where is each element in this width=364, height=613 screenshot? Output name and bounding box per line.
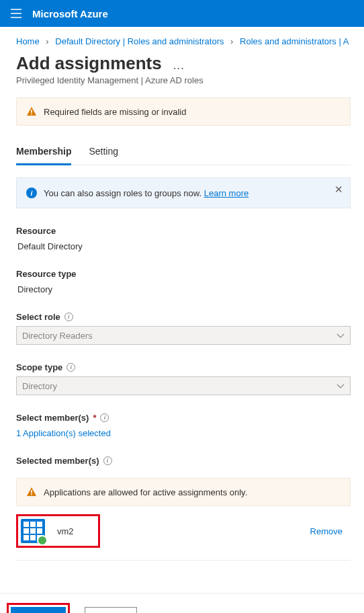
scope-type-dropdown[interactable]: Directory (16, 376, 351, 395)
tabs: Membership Setting (16, 140, 351, 165)
resource-type-value: Directory (16, 284, 351, 294)
help-icon[interactable]: i (66, 363, 75, 372)
select-members-label: Select member(s) * i (16, 413, 351, 423)
warning-icon (26, 106, 37, 117)
resource-type-label: Resource type (16, 269, 351, 279)
resource-label: Resource (16, 226, 351, 236)
next-button[interactable]: Next > (11, 607, 66, 613)
member-warning-message: Applications are allowed for active assi… (44, 487, 247, 497)
svg-rect-1 (31, 114, 32, 115)
validation-banner: Required fields are missing or invalid (16, 97, 351, 126)
resource-value: Default Directory (16, 241, 351, 251)
warning-icon (26, 487, 37, 497)
cancel-button[interactable]: Cancel (85, 607, 137, 613)
scope-type-label: Scope type i (16, 362, 351, 372)
breadcrumb-directory[interactable]: Default Directory | Roles and administra… (55, 36, 224, 46)
member-name: vm2 (57, 526, 74, 536)
chevron-down-icon (336, 381, 345, 391)
select-members-link[interactable]: 1 Application(s) selected (16, 428, 111, 438)
selected-members-label: Selected member(s) i (16, 456, 351, 466)
highlight-member: vm2 (16, 514, 100, 548)
chevron-right-icon: › (230, 36, 233, 46)
info-banner: i You can also assign roles to groups no… (16, 177, 351, 208)
select-role-dropdown[interactable]: Directory Readers (16, 326, 351, 345)
globe-badge-icon (37, 535, 48, 546)
breadcrumb-home[interactable]: Home (16, 36, 40, 46)
hamburger-icon[interactable] (8, 5, 24, 22)
tab-setting[interactable]: Setting (89, 140, 118, 165)
more-actions-button[interactable]: … (173, 58, 185, 73)
remove-member-link[interactable]: Remove (310, 526, 348, 536)
svg-rect-0 (31, 110, 32, 113)
page-subtitle: Privileged Identity Management | Azure A… (16, 75, 351, 85)
help-icon[interactable]: i (103, 456, 112, 465)
chevron-right-icon: › (46, 36, 48, 46)
breadcrumb: Home › Default Directory | Roles and adm… (16, 36, 351, 46)
footer-actions: Next > Cancel (0, 593, 364, 613)
top-bar: Microsoft Azure (0, 0, 364, 27)
member-row: vm2 Remove (16, 509, 351, 561)
close-icon[interactable]: ✕ (334, 183, 343, 196)
info-icon: i (26, 188, 37, 198)
help-icon[interactable]: i (64, 313, 73, 321)
select-role-label: Select role i (16, 312, 351, 322)
application-icon (21, 519, 45, 543)
brand-label: Microsoft Azure (32, 8, 108, 19)
scope-type-value: Directory (22, 381, 57, 391)
info-message: You can also assign roles to groups now.… (44, 188, 248, 198)
svg-rect-2 (31, 490, 32, 493)
page-title: Add assignments (16, 53, 162, 74)
breadcrumb-roles[interactable]: Roles and administrators | A (240, 36, 349, 46)
select-role-value: Directory Readers (22, 331, 93, 341)
highlight-next: Next > (7, 603, 70, 613)
validation-message: Required fields are missing or invalid (44, 107, 186, 117)
learn-more-link[interactable]: Learn more (204, 188, 248, 198)
help-icon[interactable]: i (100, 413, 109, 422)
chevron-down-icon (336, 331, 345, 341)
tab-membership[interactable]: Membership (16, 140, 71, 165)
svg-rect-3 (31, 494, 32, 495)
required-indicator: * (93, 413, 96, 423)
member-warning-banner: Applications are allowed for active assi… (16, 478, 351, 506)
